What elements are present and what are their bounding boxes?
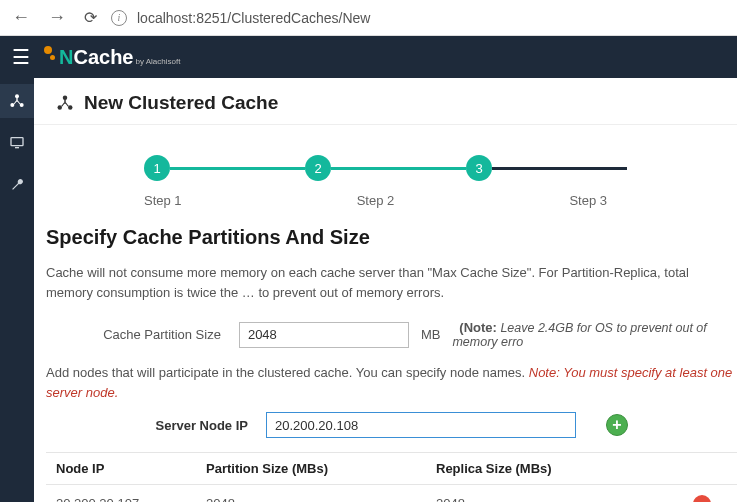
forward-icon[interactable]: → xyxy=(44,7,70,28)
url-text: localhost:8251/ClusteredCaches/New xyxy=(137,10,370,26)
reload-icon[interactable]: ⟳ xyxy=(80,8,101,27)
back-icon[interactable]: ← xyxy=(8,7,34,28)
info-icon[interactable]: i xyxy=(111,10,127,26)
browser-chrome: ← → ⟳ i localhost:8251/ClusteredCaches/N… xyxy=(0,0,737,36)
